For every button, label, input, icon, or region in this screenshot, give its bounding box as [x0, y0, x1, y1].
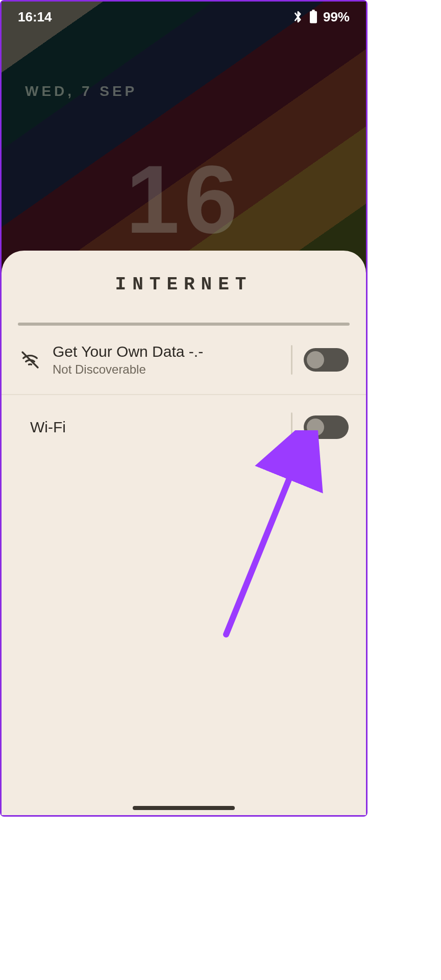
- statusbar: 16:14 99%: [2, 2, 366, 32]
- bluetooth-icon: [292, 10, 304, 24]
- svg-rect-0: [310, 11, 317, 23]
- statusbar-clock: 16:14: [18, 9, 52, 25]
- wifi-texts: Wi-Fi: [30, 419, 280, 436]
- svg-line-2: [22, 352, 38, 368]
- statusbar-right: 99%: [292, 9, 350, 25]
- wifi-toggle[interactable]: [304, 415, 349, 439]
- battery-icon: [309, 10, 318, 24]
- toggle-thumb: [307, 419, 324, 436]
- wifi-title: Wi-Fi: [30, 419, 280, 436]
- row-separator: [291, 345, 292, 375]
- mobile-data-title: Get Your Own Data -.-: [53, 343, 280, 360]
- wifi-row[interactable]: Wi-Fi: [2, 394, 366, 459]
- svg-rect-1: [312, 10, 315, 12]
- mobile-data-off-icon: [19, 350, 41, 370]
- mobile-data-subtitle: Not Discoverable: [53, 362, 280, 377]
- toggle-thumb: [307, 351, 324, 369]
- row-separator: [291, 412, 292, 442]
- mobile-data-toggle[interactable]: [304, 348, 349, 372]
- statusbar-battery-text: 99%: [323, 9, 350, 25]
- mobile-data-texts: Get Your Own Data -.- Not Discoverable: [53, 343, 280, 377]
- nav-handle[interactable]: [133, 806, 235, 810]
- panel-title: INTERNET: [2, 274, 366, 295]
- mobile-data-row[interactable]: Get Your Own Data -.- Not Discoverable: [2, 326, 366, 394]
- internet-panel[interactable]: INTERNET Get Your Own Data -.- Not Disco…: [2, 251, 366, 815]
- device-frame: 16:14 99% WED, 7 SEP 16 INTERNET: [0, 0, 368, 817]
